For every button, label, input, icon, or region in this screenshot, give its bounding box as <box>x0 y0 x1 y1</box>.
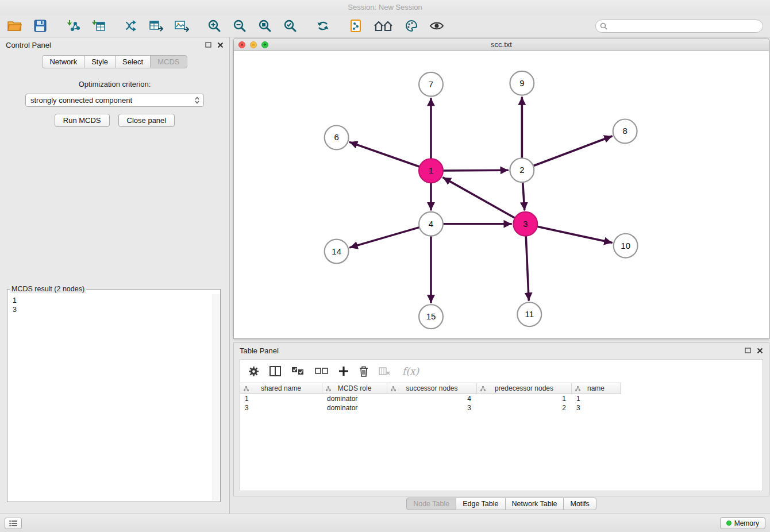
graph-edge-3-11[interactable] <box>526 236 529 300</box>
node-table-header: shared nameMCDS rolesuccessor nodesprede… <box>240 383 621 394</box>
select-all-icon[interactable] <box>291 367 305 376</box>
mcds-result-title: MCDS result (2 nodes) <box>10 285 86 293</box>
column-header-shared-name[interactable]: shared name <box>240 383 322 394</box>
graph-node-14[interactable]: 14 <box>325 240 349 264</box>
graph-node-15[interactable]: 15 <box>419 304 443 329</box>
deselect-all-icon[interactable] <box>315 368 328 375</box>
float-panel-icon[interactable] <box>205 42 211 48</box>
float-table-panel-icon[interactable] <box>745 348 751 353</box>
graph-node-3[interactable]: 3 <box>513 212 537 236</box>
svg-text:6: 6 <box>334 132 338 142</box>
svg-text:10: 10 <box>621 241 630 250</box>
tab-select[interactable]: Select <box>115 55 151 68</box>
trash-icon[interactable] <box>359 366 368 377</box>
cell-mcds_role: dominator <box>322 394 387 403</box>
close-table-panel-icon[interactable] <box>757 348 763 354</box>
column-header-predecessor-nodes[interactable]: predecessor nodes <box>477 383 572 394</box>
cell-name: 3 <box>572 403 621 413</box>
tab-style[interactable]: Style <box>84 55 116 68</box>
export-network-icon[interactable] <box>123 18 138 33</box>
graph-edge-2-8[interactable] <box>533 136 611 166</box>
tab-motifs[interactable]: Motifs <box>563 498 596 510</box>
open-session-folder-icon[interactable] <box>7 18 22 33</box>
network-canvas[interactable]: 7968124314101511 <box>234 51 769 338</box>
zoom-fit-icon[interactable] <box>257 18 272 33</box>
table-panel: Table Panel <box>233 342 769 496</box>
mcds-result-list[interactable]: 13 <box>8 294 212 500</box>
table-row[interactable]: 3dominator323 <box>240 403 763 413</box>
close-panel-icon[interactable] <box>217 42 224 48</box>
graph-edge-2-3[interactable] <box>523 182 525 210</box>
palette-icon[interactable] <box>403 18 419 33</box>
criterion-dropdown[interactable]: strongly connected component <box>25 94 204 107</box>
graph-node-1[interactable]: 1 <box>419 159 443 183</box>
close-window-button[interactable]: × <box>238 41 245 48</box>
graph-node-11[interactable]: 11 <box>517 302 541 326</box>
search-field[interactable] <box>595 20 763 33</box>
save-session-icon[interactable] <box>32 18 48 33</box>
graph-node-8[interactable]: 8 <box>613 119 637 144</box>
svg-text:2: 2 <box>519 165 524 175</box>
column-header-MCDS-role[interactable]: MCDS role <box>322 383 387 394</box>
network-document-icon[interactable] <box>348 18 363 33</box>
cell-predecessor_nodes: 1 <box>477 394 572 403</box>
dropdown-stepper-icon <box>194 96 200 105</box>
gear-icon[interactable] <box>248 366 259 377</box>
main-toolbar <box>0 15 770 37</box>
search-input[interactable] <box>595 20 763 33</box>
search-icon <box>600 22 607 30</box>
graph-edge-1-2[interactable] <box>443 170 508 171</box>
tab-node-table[interactable]: Node Table <box>406 498 456 510</box>
zoom-out-icon[interactable] <box>232 18 247 33</box>
svg-text:4: 4 <box>429 219 433 229</box>
houses-icon[interactable] <box>373 18 394 33</box>
svg-text:14: 14 <box>332 246 341 256</box>
graph-edge-3-10[interactable] <box>537 226 612 242</box>
tab-network-table[interactable]: Network Table <box>505 498 564 510</box>
window-title: Session: New Session <box>348 3 422 11</box>
graph-node-2[interactable]: 2 <box>510 158 534 182</box>
window-title-bar[interactable]: Session: New Session <box>0 0 770 15</box>
export-table-icon[interactable] <box>148 18 164 33</box>
show-panel-list-button[interactable] <box>5 518 22 529</box>
graph-node-10[interactable]: 10 <box>614 234 638 258</box>
network-canvas-svg[interactable]: 7968124314101511 <box>234 51 769 338</box>
minimize-window-button[interactable]: − <box>250 41 257 48</box>
graph-node-7[interactable]: 7 <box>419 72 443 97</box>
network-window-title: scc.txt <box>234 40 769 49</box>
delete-column-icon[interactable] <box>379 367 391 375</box>
graph-edge-4-14[interactable] <box>351 228 419 248</box>
zoom-window-button[interactable]: + <box>261 41 268 48</box>
run-mcds-button[interactable]: Run MCDS <box>55 114 110 127</box>
network-window-title-bar[interactable]: × − + scc.txt <box>234 38 769 51</box>
graph-node-9[interactable]: 9 <box>510 71 534 95</box>
export-image-icon[interactable] <box>174 18 189 33</box>
graph-edge-1-6[interactable] <box>350 142 419 167</box>
graph-node-4[interactable]: 4 <box>419 212 443 236</box>
graph-node-6[interactable]: 6 <box>325 125 349 149</box>
tab-edge-table[interactable]: Edge Table <box>456 498 505 510</box>
column-header-name[interactable]: name <box>572 383 621 394</box>
import-network-icon[interactable] <box>65 18 80 33</box>
cell-successor_nodes: 3 <box>387 403 477 413</box>
close-panel-button[interactable]: Close panel <box>118 114 175 127</box>
tab-mcds[interactable]: MCDS <box>150 55 187 68</box>
zoom-selected-icon[interactable] <box>282 18 298 33</box>
refresh-icon[interactable] <box>315 18 330 33</box>
result-scrollbar[interactable] <box>213 294 220 500</box>
control-panel-header: Control Panel <box>0 37 229 52</box>
column-header-successor-nodes[interactable]: successor nodes <box>387 383 477 394</box>
tab-network[interactable]: Network <box>42 55 84 68</box>
graph-edge-3-1[interactable] <box>444 178 515 218</box>
eye-icon[interactable] <box>429 18 444 33</box>
memory-button[interactable]: Memory <box>720 517 765 529</box>
zoom-in-icon[interactable] <box>206 18 222 33</box>
cell-mcds_role: dominator <box>322 403 387 413</box>
function-builder-icon[interactable]: f(x) <box>402 365 419 377</box>
add-row-icon[interactable] <box>338 366 349 376</box>
cell-name: 1 <box>572 394 621 403</box>
import-table-icon[interactable] <box>90 18 106 33</box>
cell-successor_nodes: 4 <box>387 394 477 403</box>
table-row[interactable]: 1dominator411 <box>240 394 763 403</box>
columns-icon[interactable] <box>270 366 281 376</box>
